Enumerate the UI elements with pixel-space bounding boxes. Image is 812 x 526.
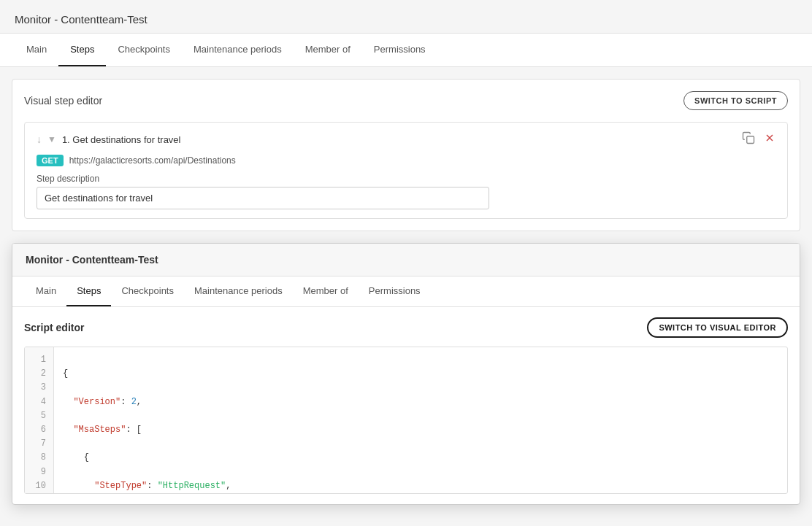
- step-url-row: GET https://galacticresorts.com/api/Dest…: [37, 155, 775, 166]
- switch-to-script-button[interactable]: SWITCH TO SCRIPT: [683, 91, 788, 110]
- step-desc-input[interactable]: [37, 187, 489, 209]
- code-content[interactable]: 1 2 3 4 5 6 7 8 9 10 11 12 13 14: [25, 347, 787, 493]
- inner-tab-steps[interactable]: Steps: [66, 276, 111, 306]
- step-1-header: ↓ ▼ 1. Get destinations for travel: [37, 131, 775, 147]
- step-name: Get destinations for travel: [72, 134, 180, 145]
- outer-page-title: Monitor - Contentteam-Test: [15, 13, 148, 26]
- step-1-container: ↓ ▼ 1. Get destinations for travel: [24, 122, 788, 219]
- code-line-1: {: [63, 367, 778, 381]
- inner-tab-checkpoints[interactable]: Checkpoints: [111, 276, 184, 306]
- editor-header: Visual step editor SWITCH TO SCRIPT: [24, 91, 788, 110]
- inner-page-title: Monitor - Contentteam-Test: [26, 254, 158, 266]
- code-editor: 1 2 3 4 5 6 7 8 9 10 11 12 13 14: [24, 347, 788, 494]
- get-method-badge: GET: [37, 155, 64, 166]
- outer-tab-bar: Main Steps Checkpoints Maintenance perio…: [0, 34, 812, 67]
- collapse-icon[interactable]: ▼: [47, 134, 56, 144]
- inner-tab-member-of[interactable]: Member of: [293, 276, 359, 306]
- inner-tab-main[interactable]: Main: [26, 276, 66, 306]
- outer-tab-checkpoints[interactable]: Checkpoints: [106, 34, 182, 66]
- step-number: 1.: [62, 134, 70, 145]
- script-editor-title: Script editor: [24, 322, 84, 333]
- code-line-3: "MsaSteps": [: [63, 423, 778, 437]
- outer-window: Monitor - Contentteam-Test Main Steps Ch…: [0, 0, 812, 526]
- inner-tab-maintenance[interactable]: Maintenance periods: [184, 276, 293, 306]
- outer-tab-main[interactable]: Main: [15, 34, 58, 66]
- script-header: Script editor SWITCH TO VISUAL EDITOR: [24, 317, 788, 338]
- step-1-title: 1. Get destinations for travel: [62, 134, 181, 145]
- inner-window: Monitor - Contentteam-Test Main Steps Ch…: [12, 243, 800, 505]
- step-1-header-left: ↓ ▼ 1. Get destinations for travel: [37, 134, 181, 145]
- outer-tab-steps[interactable]: Steps: [58, 34, 106, 66]
- outer-tab-maintenance[interactable]: Maintenance periods: [182, 34, 294, 66]
- code-line-5: "StepType": "HttpRequest",: [63, 479, 778, 493]
- outer-tab-permissions[interactable]: Permissions: [362, 34, 437, 66]
- step-url: https://galacticresorts.com/api/Destinat…: [69, 155, 236, 166]
- line-numbers: 1 2 3 4 5 6 7 8 9 10 11 12 13 14: [25, 347, 54, 493]
- inner-tab-bar: Main Steps Checkpoints Maintenance perio…: [12, 276, 800, 307]
- code-line-4: {: [63, 451, 778, 465]
- inner-title-bar: Monitor - Contentteam-Test: [12, 244, 800, 276]
- drag-handle-icon[interactable]: ↓: [37, 134, 42, 145]
- svg-rect-0: [747, 136, 754, 144]
- copy-icon[interactable]: [742, 131, 755, 147]
- script-editor-section: Script editor SWITCH TO VISUAL EDITOR 1 …: [12, 307, 800, 504]
- switch-to-visual-button[interactable]: SWITCH TO VISUAL EDITOR: [647, 317, 788, 338]
- delete-step-icon[interactable]: [764, 132, 775, 147]
- step-1-header-right: [742, 131, 775, 147]
- step-desc-label: Step description: [37, 174, 775, 184]
- outer-title-bar: Monitor - Contentteam-Test: [0, 0, 812, 34]
- code-lines: { "Version": 2, "MsaSteps": [ { "StepTyp…: [54, 347, 787, 493]
- code-line-2: "Version": 2,: [63, 395, 778, 409]
- visual-step-editor-section: Visual step editor SWITCH TO SCRIPT ↓ ▼ …: [12, 79, 800, 231]
- editor-title: Visual step editor: [24, 95, 102, 107]
- inner-tab-permissions[interactable]: Permissions: [359, 276, 431, 306]
- outer-tab-member-of[interactable]: Member of: [294, 34, 362, 66]
